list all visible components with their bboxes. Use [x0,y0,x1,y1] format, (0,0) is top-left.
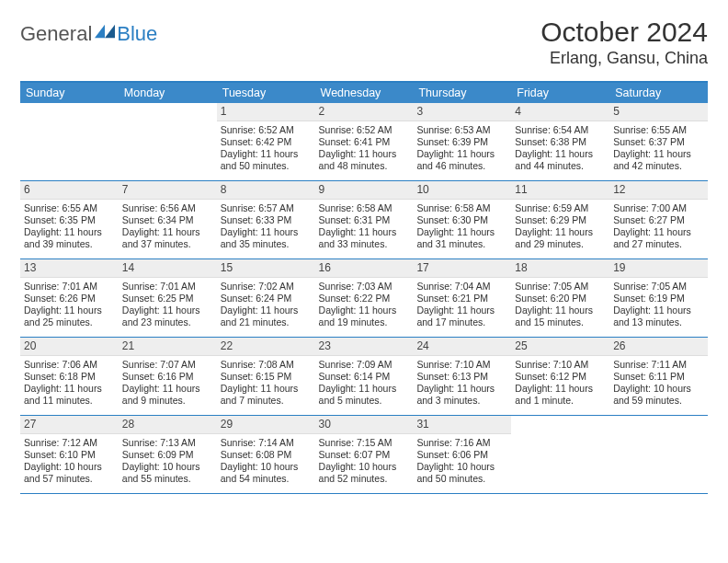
sunset-text: Sunset: 6:20 PM [515,293,606,304]
week-row: 20Sunrise: 7:06 AMSunset: 6:18 PMDayligh… [20,338,708,416]
sunset-text: Sunset: 6:31 PM [319,214,410,226]
day-body: Sunrise: 7:04 AMSunset: 6:21 PMDaylight:… [413,278,511,335]
sunrise-text: Sunrise: 7:04 AM [416,281,507,293]
day-cell: 16Sunrise: 7:03 AMSunset: 6:22 PMDayligh… [315,259,414,337]
sunset-text: Sunset: 6:42 PM [221,136,312,148]
day-body: Sunrise: 7:01 AMSunset: 6:25 PMDaylight:… [119,278,217,335]
day-number: 3 [413,103,511,121]
day-body: Sunrise: 6:53 AMSunset: 6:39 PMDaylight:… [413,121,511,178]
sunset-text: Sunset: 6:25 PM [122,293,213,304]
day-cell: 13Sunrise: 7:01 AMSunset: 6:26 PMDayligh… [20,259,119,337]
daylight-text: Daylight: 10 hours and 52 minutes. [319,461,410,485]
sunrise-text: Sunrise: 7:05 AM [613,281,704,293]
sunrise-text: Sunrise: 7:05 AM [515,281,606,293]
day-body: Sunrise: 7:02 AMSunset: 6:24 PMDaylight:… [217,278,315,335]
sunrise-text: Sunrise: 7:09 AM [319,359,410,371]
weekday-header: Tuesday [217,83,315,103]
day-cell [119,103,217,180]
sunset-text: Sunset: 6:22 PM [319,293,410,304]
weekday-header-row: SundayMondayTuesdayWednesdayThursdayFrid… [20,83,708,103]
daylight-text: Daylight: 11 hours and 1 minute. [515,383,606,407]
day-body: Sunrise: 7:13 AMSunset: 6:09 PMDaylight:… [119,434,217,491]
day-cell: 30Sunrise: 7:15 AMSunset: 6:07 PMDayligh… [315,416,414,493]
daylight-text: Daylight: 11 hours and 39 minutes. [24,226,115,250]
day-body: Sunrise: 6:59 AMSunset: 6:29 PMDaylight:… [511,200,609,257]
day-number: 22 [217,338,315,356]
sunset-text: Sunset: 6:33 PM [221,214,312,226]
day-number: 21 [119,338,217,356]
sunrise-text: Sunrise: 7:10 AM [515,359,606,371]
daylight-text: Daylight: 11 hours and 31 minutes. [416,226,507,250]
sunrise-text: Sunrise: 6:53 AM [416,124,507,136]
sunrise-text: Sunrise: 7:03 AM [319,281,410,293]
day-body: Sunrise: 7:05 AMSunset: 6:20 PMDaylight:… [511,278,609,335]
day-body: Sunrise: 7:15 AMSunset: 6:07 PMDaylight:… [315,434,414,491]
day-cell: 18Sunrise: 7:05 AMSunset: 6:20 PMDayligh… [511,259,609,337]
daylight-text: Daylight: 10 hours and 57 minutes. [24,461,115,485]
sunrise-text: Sunrise: 7:08 AM [221,359,312,371]
day-cell [609,416,708,493]
weekday-header: Sunday [20,83,119,103]
sunrise-text: Sunrise: 6:57 AM [221,202,312,214]
day-number: 6 [20,181,119,200]
sunset-text: Sunset: 6:38 PM [515,136,606,148]
daylight-text: Daylight: 11 hours and 5 minutes. [319,383,410,407]
sunset-text: Sunset: 6:29 PM [515,214,606,226]
sunrise-text: Sunrise: 6:56 AM [122,202,213,214]
sunrise-text: Sunrise: 6:59 AM [515,202,606,214]
day-number: 27 [20,416,119,434]
daylight-text: Daylight: 10 hours and 50 minutes. [416,461,507,485]
day-body: Sunrise: 7:03 AMSunset: 6:22 PMDaylight:… [315,278,414,335]
sunrise-text: Sunrise: 7:11 AM [613,359,704,371]
day-body: Sunrise: 7:11 AMSunset: 6:11 PMDaylight:… [609,356,708,413]
day-cell: 28Sunrise: 7:13 AMSunset: 6:09 PMDayligh… [119,416,217,493]
day-number: 5 [609,103,708,121]
day-cell: 26Sunrise: 7:11 AMSunset: 6:11 PMDayligh… [609,338,708,415]
sunrise-text: Sunrise: 7:10 AM [416,359,507,371]
day-number: 19 [609,259,708,278]
sunset-text: Sunset: 6:26 PM [24,293,115,304]
daylight-text: Daylight: 10 hours and 59 minutes. [613,383,704,407]
daylight-text: Daylight: 11 hours and 3 minutes. [416,383,507,407]
sunset-text: Sunset: 6:14 PM [319,371,410,383]
sunset-text: Sunset: 6:13 PM [416,371,507,383]
sunrise-text: Sunrise: 6:58 AM [319,202,410,214]
day-cell: 8Sunrise: 6:57 AMSunset: 6:33 PMDaylight… [217,181,315,259]
daylight-text: Daylight: 11 hours and 9 minutes. [122,383,213,407]
day-number: 17 [413,259,511,278]
day-body: Sunrise: 6:52 AMSunset: 6:42 PMDaylight:… [217,121,315,178]
day-number: 23 [315,338,414,356]
sunrise-text: Sunrise: 6:55 AM [24,202,115,214]
sunset-text: Sunset: 6:11 PM [613,371,704,383]
sunrise-text: Sunrise: 6:52 AM [221,124,312,136]
sunset-text: Sunset: 6:07 PM [319,449,410,461]
day-body: Sunrise: 7:12 AMSunset: 6:10 PMDaylight:… [20,434,119,491]
daylight-text: Daylight: 11 hours and 33 minutes. [319,226,410,250]
day-body: Sunrise: 7:07 AMSunset: 6:16 PMDaylight:… [119,356,217,413]
sunrise-text: Sunrise: 7:02 AM [221,281,312,293]
day-body: Sunrise: 6:57 AMSunset: 6:33 PMDaylight:… [217,200,315,257]
sunset-text: Sunset: 6:12 PM [515,371,606,383]
day-body: Sunrise: 6:58 AMSunset: 6:30 PMDaylight:… [413,200,511,257]
day-cell: 15Sunrise: 7:02 AMSunset: 6:24 PMDayligh… [217,259,315,337]
sunset-text: Sunset: 6:15 PM [221,371,312,383]
sunset-text: Sunset: 6:08 PM [221,449,312,461]
sunset-text: Sunset: 6:37 PM [613,136,704,148]
daylight-text: Daylight: 10 hours and 54 minutes. [221,461,312,485]
daylight-text: Daylight: 11 hours and 27 minutes. [613,226,704,250]
weekday-header: Wednesday [315,83,414,103]
day-cell: 6Sunrise: 6:55 AMSunset: 6:35 PMDaylight… [20,181,119,259]
day-cell: 11Sunrise: 6:59 AMSunset: 6:29 PMDayligh… [511,181,609,259]
day-number: 30 [315,416,414,434]
daylight-text: Daylight: 11 hours and 44 minutes. [515,148,606,172]
day-number: 2 [315,103,414,121]
day-body: Sunrise: 7:00 AMSunset: 6:27 PMDaylight:… [609,200,708,257]
daylight-text: Daylight: 10 hours and 55 minutes. [122,461,213,485]
svg-marker-1 [105,25,115,39]
daylight-text: Daylight: 11 hours and 21 minutes. [221,304,312,328]
sunset-text: Sunset: 6:10 PM [24,449,115,461]
day-number: 4 [511,103,609,121]
daylight-text: Daylight: 11 hours and 48 minutes. [319,148,410,172]
logo-word1: General [20,22,92,46]
day-body: Sunrise: 6:55 AMSunset: 6:37 PMDaylight:… [609,121,708,178]
